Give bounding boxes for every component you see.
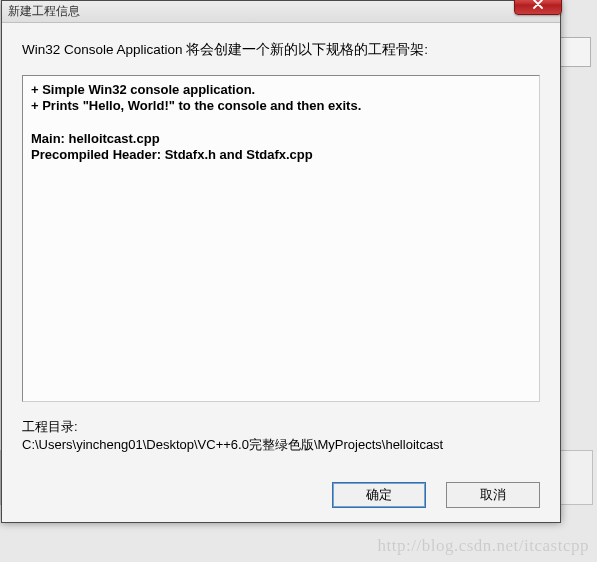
ok-button[interactable]: 确定 bbox=[332, 482, 426, 508]
watermark-text: http://blog.csdn.net/itcastcpp bbox=[378, 536, 589, 556]
close-icon bbox=[532, 0, 544, 9]
project-directory-label: 工程目录: bbox=[22, 418, 540, 436]
dialog-window: 新建工程信息 Win32 Console Application 将会创建一个新… bbox=[1, 0, 561, 523]
titlebar: 新建工程信息 bbox=[2, 1, 560, 23]
close-button[interactable] bbox=[514, 0, 562, 15]
button-row: 确定 取消 bbox=[22, 468, 540, 508]
background-panel-decor bbox=[556, 37, 591, 67]
info-textbox[interactable]: + Simple Win32 console application. + Pr… bbox=[22, 75, 540, 402]
project-directory-path: C:\Users\yincheng01\Desktop\VC++6.0完整绿色版… bbox=[22, 436, 540, 454]
project-directory-block: 工程目录: C:\Users\yincheng01\Desktop\VC++6.… bbox=[22, 418, 540, 453]
window-title: 新建工程信息 bbox=[8, 3, 80, 20]
cancel-button[interactable]: 取消 bbox=[446, 482, 540, 508]
intro-text: Win32 Console Application 将会创建一个新的以下规格的工… bbox=[22, 41, 540, 59]
dialog-content: Win32 Console Application 将会创建一个新的以下规格的工… bbox=[2, 23, 560, 522]
